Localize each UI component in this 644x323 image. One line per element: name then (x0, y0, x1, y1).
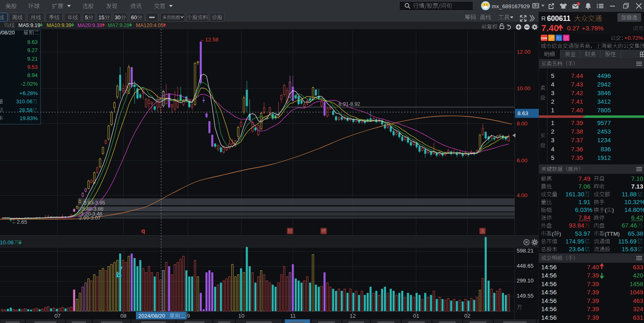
svg-text:7.13: 7.13 (631, 183, 643, 190)
svg-text:299.10: 299.10 (517, 278, 533, 284)
svg-text:7.36: 7.36 (571, 146, 583, 152)
svg-text:161.30: 161.30 (565, 191, 584, 198)
svg-text:7.40: 7.40 (571, 107, 583, 114)
svg-text:448.65: 448.65 (517, 263, 533, 269)
svg-text:7.42: 7.42 (571, 89, 583, 96)
svg-text:5: 5 (85, 14, 88, 20)
svg-text:53.97: 53.97 (575, 230, 591, 237)
svg-text:8.94: 8.94 (27, 72, 38, 78)
svg-text:23.64: 23.64 (569, 246, 585, 252)
svg-text:+0.72%: +0.72% (624, 35, 643, 41)
svg-text:9.21: 9.21 (27, 56, 38, 62)
svg-text:7.06: 7.06 (578, 183, 590, 190)
svg-text:93.84: 93.84 (569, 222, 585, 229)
svg-text:07: 07 (54, 313, 61, 319)
svg-text:115.69: 115.69 (618, 238, 637, 245)
svg-text:7.40: 7.40 (587, 264, 599, 271)
svg-text:10: 10 (238, 313, 244, 319)
svg-text:+3.79%: +3.79% (582, 25, 603, 32)
svg-text:CHY: CHY (541, 36, 548, 40)
svg-text:8.63: 8.63 (517, 110, 528, 116)
svg-text:(: ( (605, 207, 607, 213)
svg-text:7.10: 7.10 (631, 175, 643, 182)
svg-text:836: 836 (601, 146, 611, 152)
svg-text:L2: L2 (533, 4, 538, 8)
svg-text:08: 08 (120, 313, 127, 319)
svg-text:7.39: 7.39 (587, 280, 599, 287)
svg-text:598.21: 598.21 (517, 248, 533, 254)
svg-text:9.53: 9.53 (27, 64, 38, 70)
svg-text:600611: 600611 (547, 14, 571, 23)
svg-text:14.80%: 14.80% (624, 206, 644, 213)
svg-text:3: 3 (551, 136, 554, 143)
svg-text:1912: 1912 (597, 154, 611, 161)
svg-text:3: 3 (551, 89, 554, 96)
svg-text:1.91: 1.91 (578, 198, 590, 205)
svg-text:): ) (559, 231, 561, 237)
svg-text:310.06: 310.06 (0, 239, 14, 246)
svg-text:4: 4 (551, 146, 554, 152)
svg-text:14:56: 14:56 (541, 305, 557, 312)
svg-text:7.39: 7.39 (587, 305, 599, 312)
svg-text:7.39: 7.39 (587, 272, 599, 279)
svg-text:15: 15 (99, 14, 104, 20)
svg-text:-2.02%: -2.02% (21, 81, 38, 87)
svg-text:1458: 1458 (630, 280, 643, 287)
svg-text:3412: 3412 (597, 98, 611, 105)
svg-text:420: 420 (633, 272, 643, 279)
svg-text:(: ( (552, 231, 554, 237)
svg-text:67.46: 67.46 (622, 222, 637, 229)
svg-text:(TTM): (TTM) (605, 231, 620, 237)
svg-text:65.38: 65.38 (628, 230, 644, 237)
svg-text:5: 5 (551, 154, 554, 161)
svg-text:8.00: 8.00 (517, 121, 527, 127)
svg-text:7.35: 7.35 (571, 154, 583, 161)
svg-text:•••: ••• (149, 14, 155, 20)
svg-text:14:56: 14:56 (541, 289, 557, 296)
svg-text:631: 631 (633, 314, 643, 321)
svg-text:11.88: 11.88 (622, 191, 637, 198)
svg-text:MA20:9.38: MA20:9.38 (77, 23, 102, 28)
svg-text:2024/08/20: 2024/08/20 (0, 30, 15, 36)
svg-text:60: 60 (131, 14, 137, 20)
svg-text:6.03%: 6.03% (575, 206, 593, 213)
svg-text:MA10:9.39: MA10:9.39 (47, 23, 72, 28)
svg-text:633: 633 (633, 264, 643, 271)
svg-text:9.27: 9.27 (27, 47, 38, 53)
svg-text:8.91-8.92: 8.91-8.92 (339, 101, 360, 107)
svg-text:←2.65: ←2.65 (11, 219, 27, 225)
svg-text:324: 324 (633, 305, 643, 312)
svg-text:MA7:9.28: MA7:9.28 (108, 23, 130, 28)
svg-text:7.39: 7.39 (587, 297, 599, 304)
svg-text:+6.28%: +6.28% (20, 90, 38, 96)
svg-text:1: 1 (551, 107, 554, 114)
svg-text:10.00: 10.00 (517, 85, 531, 91)
svg-text:←12.58: ←12.58 (200, 36, 219, 43)
svg-text:310.06: 310.06 (16, 98, 32, 105)
svg-text:7.40: 7.40 (541, 23, 559, 33)
svg-text:6.00: 6.00 (517, 157, 527, 164)
svg-text:14:56: 14:56 (541, 314, 557, 321)
svg-text:MA5:9.19: MA5:9.19 (18, 23, 41, 28)
svg-text:4496: 4496 (597, 72, 611, 79)
svg-text:6.42: 6.42 (631, 214, 643, 221)
svg-text:1: 1 (551, 119, 554, 126)
svg-text:19.83%: 19.83% (20, 115, 38, 121)
svg-text:30: 30 (115, 14, 120, 20)
svg-text:R: R (541, 15, 546, 22)
svg-text:7.49: 7.49 (578, 175, 590, 182)
svg-text:7.38: 7.38 (571, 128, 583, 135)
svg-text:10.32%: 10.32% (624, 198, 644, 205)
svg-text:7.41: 7.41 (571, 98, 583, 105)
svg-text:4: 4 (551, 81, 554, 88)
svg-text:3846: 3846 (597, 89, 611, 96)
svg-text:0.27: 0.27 (567, 25, 579, 32)
svg-text:14:56: 14:56 (541, 264, 557, 271)
svg-text:174.95: 174.95 (565, 238, 584, 245)
svg-text:11: 11 (290, 313, 296, 319)
svg-text:q: q (141, 227, 145, 234)
svg-text:): ) (612, 207, 614, 213)
svg-text:12.00: 12.00 (517, 49, 531, 55)
svg-text:1049: 1049 (630, 289, 643, 296)
svg-text:2942: 2942 (597, 81, 611, 88)
